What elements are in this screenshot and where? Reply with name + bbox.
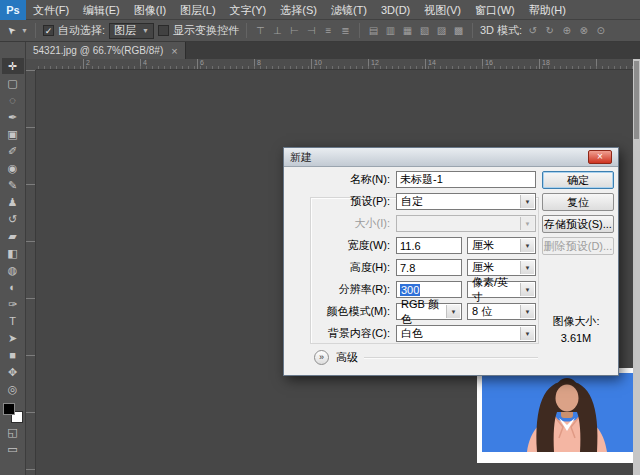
distribute-left-icon[interactable]: ▧ xyxy=(418,25,431,36)
height-label: 高度(H): xyxy=(286,259,390,276)
close-icon[interactable]: × xyxy=(171,45,177,57)
distribute-top-icon[interactable]: ▤ xyxy=(367,25,380,36)
distribute-bottom-icon[interactable]: ▦ xyxy=(401,25,414,36)
menu-3d[interactable]: 3D(D) xyxy=(374,0,417,20)
menu-filter[interactable]: 滤镜(T) xyxy=(324,0,374,20)
reset-button[interactable]: 复位 xyxy=(542,193,614,211)
3d-drag-icon[interactable]: ⊕ xyxy=(560,25,573,36)
align-left-edges-icon[interactable]: ⊢ xyxy=(288,25,301,36)
vertical-scrollbar[interactable] xyxy=(633,59,640,475)
show-transform-label: 显示变换控件 xyxy=(173,23,239,38)
ruler-number: 8 xyxy=(257,59,261,66)
3d-rotate-icon[interactable]: ↺ xyxy=(526,25,539,36)
document-tab-bar: 54321.jpg @ 66.7%(RGB/8#) × xyxy=(26,42,640,59)
quick-mask-button[interactable]: ◱ xyxy=(2,424,24,440)
menu-view[interactable]: 视图(V) xyxy=(417,0,468,20)
bit-depth-dropdown[interactable]: 8 位 ▼ xyxy=(467,303,536,320)
rectangular-marquee-tool[interactable]: ▢ xyxy=(2,75,24,91)
brush-tool[interactable]: ✎ xyxy=(2,177,24,193)
chevron-down-icon: ▼ xyxy=(520,327,534,340)
chevron-down-icon: ▼ xyxy=(520,283,534,296)
menu-layer[interactable]: 图层(L) xyxy=(173,0,222,20)
advanced-expand-button[interactable]: » xyxy=(314,350,329,365)
blur-tool[interactable]: ◍ xyxy=(2,262,24,278)
color-mode-label: 颜色模式(M): xyxy=(286,303,390,320)
save-preset-button[interactable]: 存储预设(S)... xyxy=(542,215,614,233)
quick-selection-tool[interactable]: ✒ xyxy=(2,109,24,125)
type-tool[interactable]: T xyxy=(2,313,24,329)
menu-file[interactable]: 文件(F) xyxy=(26,0,76,20)
scrollbar-thumb[interactable] xyxy=(634,61,639,139)
image-size-label: 图像大小: xyxy=(536,314,616,329)
align-bottom-edges-icon[interactable]: ⊥ xyxy=(271,25,284,36)
chevron-down-icon: ▼ xyxy=(446,305,460,318)
path-selection-tool[interactable]: ➤ xyxy=(2,330,24,346)
eyedropper-tool[interactable]: ✐ xyxy=(2,143,24,159)
chevron-down-icon: ▼ xyxy=(142,27,149,34)
zoom-tool[interactable]: ◎ xyxy=(2,381,24,397)
pen-tool[interactable]: ✑ xyxy=(2,296,24,312)
width-unit-dropdown[interactable]: 厘米 ▼ xyxy=(467,237,536,254)
close-icon[interactable]: × xyxy=(588,150,612,164)
ruler-number: 18 xyxy=(542,59,550,66)
height-unit-dropdown[interactable]: 厘米 ▼ xyxy=(467,259,536,276)
healing-brush-tool[interactable]: ◉ xyxy=(2,160,24,176)
shape-tool[interactable]: ■ xyxy=(2,347,24,363)
menu-window[interactable]: 窗口(W) xyxy=(468,0,522,20)
height-input[interactable]: 7.8 xyxy=(396,259,462,276)
menu-help[interactable]: 帮助(H) xyxy=(522,0,573,20)
document-tab[interactable]: 54321.jpg @ 66.7%(RGB/8#) × xyxy=(26,42,186,59)
preset-value: 自定 xyxy=(401,194,423,209)
distribute-right-icon[interactable]: ▩ xyxy=(452,25,465,36)
hand-tool[interactable]: ✥ xyxy=(2,364,24,380)
lasso-tool[interactable]: ◌ xyxy=(2,92,24,108)
gradient-tool[interactable]: ◧ xyxy=(2,245,24,261)
delete-preset-button: 删除预设(D)... xyxy=(542,237,614,255)
name-input[interactable]: 未标题-1 xyxy=(396,171,536,188)
horizontal-ruler[interactable]: 0 2 4 6 8 10 12 14 16 18 xyxy=(26,59,633,70)
ok-button[interactable]: 确定 xyxy=(542,171,614,189)
align-middle-icon[interactable]: ≣ xyxy=(339,25,352,36)
foreground-color-swatch[interactable] xyxy=(3,403,15,415)
clone-stamp-tool[interactable]: ♟ xyxy=(2,194,24,210)
preset-dropdown[interactable]: 自定 ▼ xyxy=(396,193,536,210)
align-right-edges-icon[interactable]: ⊣ xyxy=(305,25,318,36)
eraser-tool[interactable]: ▰ xyxy=(2,228,24,244)
auto-select-dropdown[interactable]: 图层 ▼ xyxy=(109,23,154,39)
show-transform-checkbox[interactable] xyxy=(158,25,169,36)
color-swatches[interactable] xyxy=(3,403,23,423)
menu-image[interactable]: 图像(I) xyxy=(127,0,173,20)
vertical-ruler[interactable] xyxy=(26,70,36,475)
auto-select-checkbox[interactable]: ✓ xyxy=(43,25,54,36)
auto-select-label: 自动选择: xyxy=(58,23,105,38)
color-mode-dropdown[interactable]: RGB 颜色 ▼ xyxy=(396,303,462,320)
3d-scale-icon[interactable]: ⊙ xyxy=(594,25,607,36)
dodge-tool[interactable]: ◐ xyxy=(2,279,24,295)
distribute-center-icon[interactable]: ▨ xyxy=(435,25,448,36)
background-contents-label: 背景内容(C): xyxy=(286,325,390,342)
move-tool-icon[interactable]: ➤ xyxy=(3,22,19,38)
width-input[interactable]: 11.6 xyxy=(396,237,462,254)
align-top-edges-icon[interactable]: ⊤ xyxy=(254,25,267,36)
chevron-down-icon: ▼ xyxy=(520,217,534,230)
3d-slide-icon[interactable]: ⊗ xyxy=(577,25,590,36)
screen-mode-button[interactable]: ▭ xyxy=(2,441,24,457)
tool-preset-caret-icon[interactable]: ▼ xyxy=(21,27,28,34)
menu-edit[interactable]: 编辑(E) xyxy=(76,0,127,20)
move-tool[interactable]: ✛ xyxy=(2,58,24,74)
options-bar: ➤ ▼ ✓ 自动选择: 图层 ▼ 显示变换控件 ⊤ ⊥ ⊢ ⊣ ≡ ≣ ▤ ▥ … xyxy=(0,20,640,42)
crop-tool[interactable]: ▣ xyxy=(2,126,24,142)
background-contents-dropdown[interactable]: 白色 ▼ xyxy=(396,325,536,342)
resolution-unit-dropdown[interactable]: 像素/英寸 ▼ xyxy=(467,281,536,298)
menu-bar: Ps 文件(F) 编辑(E) 图像(I) 图层(L) 文字(Y) 选择(S) 滤… xyxy=(0,0,640,20)
align-center-icon[interactable]: ≡ xyxy=(322,25,335,36)
history-brush-tool[interactable]: ↺ xyxy=(2,211,24,227)
menu-type[interactable]: 文字(Y) xyxy=(223,0,274,20)
3d-roll-icon[interactable]: ↻ xyxy=(543,25,556,36)
distribute-middle-icon[interactable]: ▥ xyxy=(384,25,397,36)
dialog-title-bar[interactable]: 新建 × xyxy=(284,148,618,167)
menu-select[interactable]: 选择(S) xyxy=(273,0,324,20)
resolution-input[interactable]: 300 xyxy=(396,281,462,298)
advanced-label: 高级 xyxy=(336,350,358,365)
ruler-number: 12 xyxy=(371,59,379,66)
